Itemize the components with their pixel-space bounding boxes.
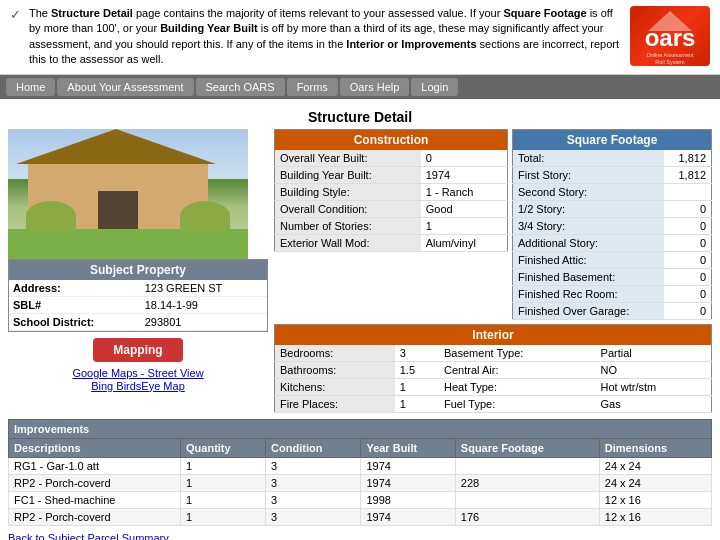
table-row: Additional Story:0: [513, 234, 712, 251]
value: Partial: [596, 345, 712, 362]
dim: 12 x 16: [599, 508, 711, 525]
dim: 12 x 16: [599, 491, 711, 508]
value: NO: [596, 361, 712, 378]
value: 1,812: [664, 150, 711, 167]
photo-door: [98, 191, 138, 231]
interior-section: Interior Bedrooms:3 Basement Type:Partia…: [274, 324, 712, 413]
nav-search[interactable]: Search OARS: [196, 78, 285, 96]
col-year-built: Year Built: [361, 438, 455, 457]
table-row: Bedrooms:3 Basement Type:Partial: [275, 345, 712, 362]
year: 1998: [361, 491, 455, 508]
page-title: Structure Detail: [8, 109, 712, 125]
oars-logo: oars Online AssessmentRoll System: [630, 6, 710, 66]
sbl-row: SBL# 18.14-1-99: [9, 296, 267, 313]
label: Fire Places:: [275, 395, 395, 412]
table-row: 1/2 Story:0: [513, 200, 712, 217]
school-row: School District: 293801: [9, 313, 267, 330]
sqft: 176: [455, 508, 599, 525]
interior-table: Interior Bedrooms:3 Basement Type:Partia…: [274, 324, 712, 413]
table-row: Building Year Built:1974: [275, 166, 508, 183]
table-row: RP2 - Porch-coverd 1 3 1974 176 12 x 16: [9, 508, 712, 525]
table-row: Finished Over Garage:0: [513, 302, 712, 319]
subject-property-box: Subject Property Address: 123 GREEN ST S…: [8, 259, 268, 332]
value: [664, 183, 711, 200]
label: 3/4 Story:: [513, 217, 665, 234]
value: 0: [421, 150, 508, 167]
value: 1,812: [664, 166, 711, 183]
table-row: Fire Places:1 Fuel Type:Gas: [275, 395, 712, 412]
mapping-button[interactable]: Mapping: [93, 338, 182, 362]
table-row: Second Story:: [513, 183, 712, 200]
label: Bathrooms:: [275, 361, 395, 378]
nav-bar: Home About Your Assessment Search OARS F…: [0, 75, 720, 99]
nav-login[interactable]: Login: [411, 78, 458, 96]
nav-home[interactable]: Home: [6, 78, 55, 96]
cond: 3: [266, 508, 361, 525]
label: Heat Type:: [439, 378, 596, 395]
address-row: Address: 123 GREEN ST: [9, 280, 267, 297]
dim: 24 x 24: [599, 474, 711, 491]
cond: 3: [266, 474, 361, 491]
subject-property-header: Subject Property: [9, 260, 267, 280]
desc: RP2 - Porch-coverd: [9, 474, 181, 491]
left-column: Subject Property Address: 123 GREEN ST S…: [8, 129, 268, 413]
table-row: Exterior Wall Mod:Alum/vinyl: [275, 234, 508, 251]
label: Fuel Type:: [439, 395, 596, 412]
label: Kitchens:: [275, 378, 395, 395]
table-row: Finished Rec Room:0: [513, 285, 712, 302]
improvements-table: Improvements Descriptions Quantity Condi…: [8, 419, 712, 526]
value: 0: [664, 268, 711, 285]
label: Overall Year Built:: [275, 150, 421, 167]
qty: 1: [181, 474, 266, 491]
school-label: School District:: [9, 313, 141, 330]
label: Number of Stories:: [275, 217, 421, 234]
label: Total:: [513, 150, 665, 167]
value: 0: [664, 217, 711, 234]
value: Hot wtr/stm: [596, 378, 712, 395]
photo-roof: [16, 129, 216, 164]
google-maps-link[interactable]: Google Maps - Street View: [8, 367, 268, 379]
value: 1: [395, 395, 439, 412]
sqft: [455, 491, 599, 508]
table-row: Building Style:1 - Ranch: [275, 183, 508, 200]
value: 1: [395, 378, 439, 395]
main-content: Structure Detail Subject Property Addr: [0, 99, 720, 540]
value: 1.5: [395, 361, 439, 378]
property-photo: [8, 129, 248, 259]
sbl-label: SBL#: [9, 296, 141, 313]
value: 1 - Ranch: [421, 183, 508, 200]
square-footage-table: Square Footage Total:1,812 First Story:1…: [512, 129, 712, 320]
label: Bedrooms:: [275, 345, 395, 362]
improvements-columns: Descriptions Quantity Condition Year Bui…: [9, 438, 712, 457]
label: Second Story:: [513, 183, 665, 200]
bing-map-link[interactable]: Bing BirdsEye Map: [8, 380, 268, 392]
nav-forms[interactable]: Forms: [287, 78, 338, 96]
construction-table: Construction Overall Year Built:0 Buildi…: [274, 129, 508, 252]
sqft: [455, 457, 599, 474]
desc: RG1 - Gar-1.0 att: [9, 457, 181, 474]
cond: 3: [266, 457, 361, 474]
value: Good: [421, 200, 508, 217]
qty: 1: [181, 457, 266, 474]
table-row: RP2 - Porch-coverd 1 3 1974 228 24 x 24: [9, 474, 712, 491]
interior-header: Interior: [275, 324, 712, 345]
table-row: FC1 - Shed-machine 1 3 1998 12 x 16: [9, 491, 712, 508]
nav-help[interactable]: Oars Help: [340, 78, 410, 96]
label: Finished Over Garage:: [513, 302, 665, 319]
nav-about[interactable]: About Your Assessment: [57, 78, 193, 96]
check-icon: ✓: [10, 7, 21, 22]
table-row: Total:1,812: [513, 150, 712, 167]
sbl-value: 18.14-1-99: [141, 296, 267, 313]
value: 0: [664, 234, 711, 251]
value: 0: [664, 200, 711, 217]
notice-bar: ✓ The Structure Detail page contains the…: [0, 0, 720, 75]
back-link[interactable]: Back to Subject Parcel Summary: [8, 532, 712, 540]
construction-header: Construction: [275, 129, 508, 150]
table-row: 3/4 Story:0: [513, 217, 712, 234]
improvements-header: Improvements: [9, 419, 712, 438]
logo-subtext: Online AssessmentRoll System: [646, 52, 693, 65]
table-row: Overall Year Built:0: [275, 150, 508, 167]
school-value: 293801: [141, 313, 267, 330]
sqft: 228: [455, 474, 599, 491]
label: Additional Story:: [513, 234, 665, 251]
